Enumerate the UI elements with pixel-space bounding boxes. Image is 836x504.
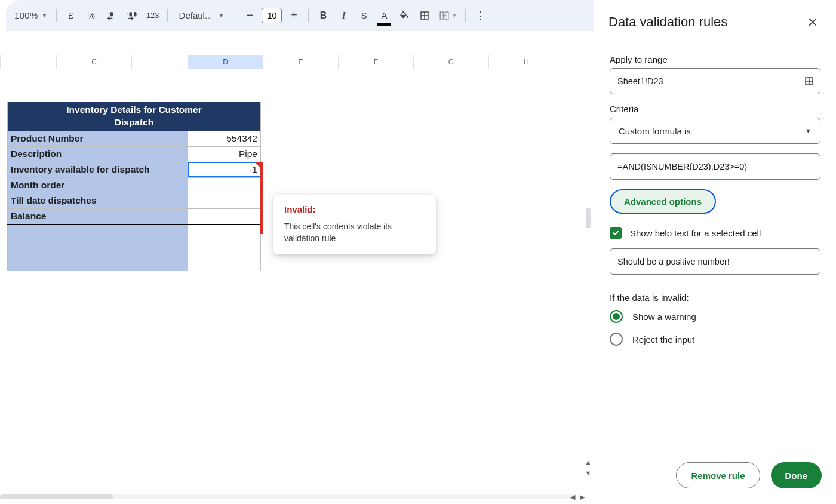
show-help-text-row[interactable]: Show help text for a selected cell [610, 227, 820, 239]
label-cell[interactable]: Month order [8, 177, 188, 193]
more-toolbar-button[interactable]: ⋮ [472, 7, 488, 24]
cell-text: Inventory available for dispatch [11, 164, 150, 174]
remove-rule-button[interactable]: Remove rule [676, 462, 760, 488]
criteria-dropdown[interactable]: Custom formula is ▼ [610, 118, 820, 144]
value-cell[interactable] [188, 224, 261, 271]
column-header-h[interactable]: H [489, 55, 564, 69]
value-cell[interactable] [188, 193, 261, 208]
bold-button[interactable]: B [315, 7, 331, 24]
scrollbar-thumb[interactable] [0, 494, 113, 499]
help-text-input[interactable] [610, 248, 820, 275]
decrease-decimal-button[interactable] [103, 7, 120, 24]
column-header-f[interactable]: F [339, 55, 414, 69]
scroll-down-icon[interactable]: ▼ [583, 468, 593, 478]
text-color-button[interactable]: A [376, 7, 392, 24]
zoom-label: 100% [14, 10, 38, 20]
option-label: Show a warning [632, 312, 696, 322]
grid-picker-icon[interactable] [804, 76, 815, 87]
plus-icon: + [291, 9, 297, 21]
font-size-input[interactable] [262, 8, 282, 23]
formula-input[interactable] [610, 153, 820, 180]
column-header-g[interactable]: G [414, 55, 489, 69]
formula-section [610, 153, 820, 180]
decrease-font-size-button[interactable]: − [241, 7, 258, 24]
font-name-label: Defaul... [179, 10, 213, 20]
radio-show-warning[interactable] [610, 310, 623, 323]
column-header-label: H [524, 58, 529, 66]
cell-text: Till date dispatches [11, 195, 97, 205]
scrollbar-thumb[interactable] [586, 208, 591, 228]
scroll-right-icon[interactable]: ▶ [577, 492, 587, 502]
advanced-options-button[interactable]: Advanced options [610, 189, 716, 214]
spreadsheet-area: C D E F G H Inventory Details for Custom… [0, 31, 594, 504]
done-button[interactable]: Done [771, 462, 822, 488]
label-cell[interactable]: Inventory available for dispatch [8, 162, 188, 177]
table-row: Month order [8, 177, 261, 193]
selected-value-cell[interactable]: -1 [188, 162, 261, 177]
column-header[interactable] [0, 55, 57, 69]
radio-reject-input[interactable] [610, 333, 623, 346]
merge-cells-button[interactable]: ▼ [437, 7, 459, 24]
chevron-down-icon: ▼ [218, 12, 224, 19]
show-help-text-checkbox[interactable] [610, 227, 622, 239]
inventory-table: Inventory Details for Customer Dispatch … [7, 102, 261, 271]
more-formats-button[interactable]: 123 [144, 7, 162, 24]
column-header-d[interactable]: D [188, 55, 263, 69]
fill-color-button[interactable] [396, 7, 413, 24]
italic-button[interactable]: I [335, 7, 352, 24]
format-percent-button[interactable]: % [83, 7, 100, 24]
toolbar-separator [235, 9, 235, 22]
validation-error-flag-icon [255, 162, 260, 168]
label-cell[interactable]: Description [8, 146, 188, 162]
invalid-data-heading: If the data is invalid: [610, 293, 820, 303]
label-cell[interactable]: Till date dispatches [8, 193, 188, 208]
value-cell[interactable]: 554342 [188, 131, 261, 146]
table-row: Description Pipe [8, 146, 261, 162]
apply-range-section: Apply to range [610, 54, 820, 94]
chevron-down-icon: ▼ [805, 127, 812, 134]
close-button[interactable] [804, 13, 822, 31]
increase-font-size-button[interactable]: + [285, 7, 302, 24]
table-row: Product Number 554342 [8, 131, 261, 146]
column-header-c[interactable]: C [57, 55, 132, 69]
vertical-scrollbar[interactable]: ▲ ▼ [583, 67, 593, 480]
table-row [8, 224, 261, 271]
value-cell[interactable]: Pipe [188, 146, 261, 162]
panel-header: Data validation rules [594, 0, 836, 42]
tooltip-body: This cell's contents violate its validat… [284, 220, 425, 245]
show-help-text-label: Show help text for a selected cell [630, 228, 761, 238]
increase-decimal-button[interactable] [124, 7, 140, 24]
svg-point-0 [108, 13, 109, 14]
cell-text: Product Number [11, 133, 83, 143]
value-cell[interactable] [188, 208, 261, 224]
column-header-e[interactable]: E [263, 55, 339, 69]
value-cell[interactable] [188, 177, 261, 193]
invalid-data-section: If the data is invalid: Show a warning R… [610, 293, 820, 346]
bold-icon: B [320, 10, 327, 21]
font-family-dropdown[interactable]: Defaul... ▼ [174, 7, 229, 24]
cell-text: Description [11, 149, 62, 159]
label-cell[interactable]: Product Number [8, 131, 188, 146]
criteria-section: Criteria Custom formula is ▼ [610, 104, 820, 144]
minus-icon: − [247, 8, 254, 22]
criteria-value: Custom formula is [619, 126, 691, 136]
option-show-warning[interactable]: Show a warning [610, 310, 820, 323]
scroll-up-icon[interactable]: ▲ [583, 457, 593, 467]
borders-button[interactable] [416, 7, 433, 24]
scroll-left-icon[interactable]: ◀ [568, 492, 577, 502]
check-icon [611, 229, 620, 237]
label-cell[interactable] [8, 224, 188, 271]
label-cell[interactable]: Balance [8, 208, 188, 224]
help-text-section [610, 248, 820, 275]
apply-range-input[interactable] [610, 68, 820, 94]
table-row: Balance [8, 208, 261, 224]
option-reject-input[interactable]: Reject the input [610, 333, 820, 346]
strike-icon: S [361, 10, 367, 20]
format-currency-button[interactable]: £ [63, 7, 79, 24]
zoom-dropdown[interactable]: 100% ▼ [12, 7, 50, 24]
table-title-cell[interactable]: Inventory Details for Customer Dispatch [8, 102, 261, 131]
strikethrough-button[interactable]: S [355, 7, 372, 24]
column-header-label: D [223, 58, 228, 66]
toolbar-separator [465, 9, 466, 22]
horizontal-scrollbar[interactable]: ◀ ▶ [0, 492, 576, 502]
